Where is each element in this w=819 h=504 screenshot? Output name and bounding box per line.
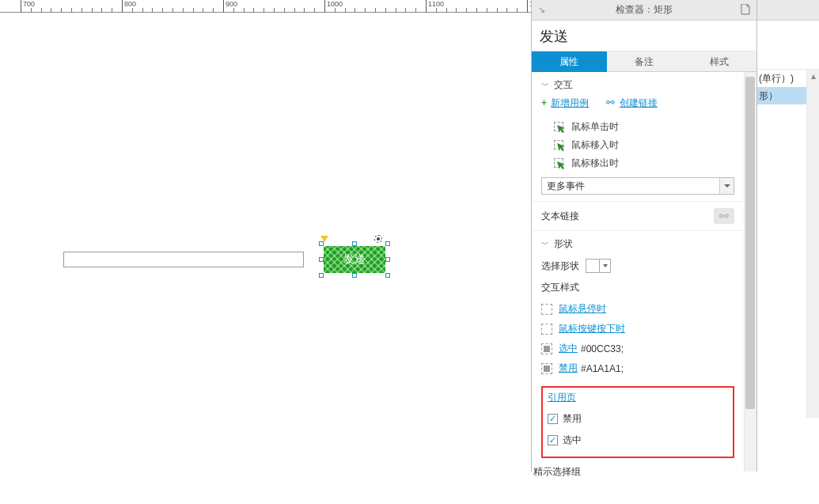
chevron-down-icon: ﹀ [541, 80, 549, 91]
mousedown-state-icon [541, 324, 552, 335]
checkbox-disabled[interactable]: 禁用 [548, 412, 728, 426]
outline-row-1-label: (单行）) [759, 72, 794, 85]
dropdown-icon [719, 178, 734, 194]
document-icon[interactable] [741, 4, 750, 15]
select-shape-label: 选择形状 [541, 260, 579, 273]
reference-page-link[interactable]: 引用页 [548, 392, 576, 403]
selected-state-link[interactable]: 选中 [559, 342, 578, 355]
event-onclick[interactable]: 鼠标单击时 [554, 118, 734, 136]
section-interactions: ﹀ 交互 + 新增用例 ⚯ 创建链接 鼠 [532, 72, 744, 202]
pin-icon[interactable]: ↘ [538, 5, 545, 15]
inspector-body: ﹀ 交互 + 新增用例 ⚯ 创建链接 鼠 [532, 72, 756, 472]
inspector-tabs: 属性 备注 样式 [532, 51, 756, 72]
ruler-label: 1000 [327, 0, 343, 8]
ruler-label: 1100 [428, 0, 444, 8]
checkbox-selected[interactable]: 选中 [548, 434, 728, 447]
ruler-label: 800 [124, 0, 136, 8]
checkbox-icon [548, 435, 558, 445]
create-link-link[interactable]: ⚯ 创建链接 [606, 97, 657, 110]
event-mouseenter[interactable]: 鼠标移入时 [554, 136, 734, 154]
disabled-state-value: #A1A1A1; [581, 363, 624, 374]
ruler-label: 900 [226, 0, 237, 8]
outline-name-area [757, 21, 819, 70]
outline-row-2-label: 形） [759, 89, 778, 103]
selection-dashed-circle-icon [374, 235, 382, 243]
shape-send-button-label: 发送 [343, 252, 366, 267]
cursor-movein-icon [554, 140, 565, 151]
interaction-styles-label: 交互样式 [541, 281, 734, 294]
event-mouseenter-label: 鼠标移入时 [571, 138, 619, 152]
inspector-title: 检查器：矩形 [616, 3, 673, 17]
group-label-partial: 精示选择组 [532, 465, 582, 479]
outline-panel-sliver: (单行）) 形） ▴ [757, 0, 819, 504]
inspector-title-bar: ↘ 检查器：矩形 [532, 0, 756, 21]
outline-scrollbar[interactable]: ▴ [806, 70, 819, 418]
shape-swatch[interactable] [586, 259, 600, 273]
section-shape: ﹀ 形状 选择形状 交互样式 鼠标悬停时 [532, 231, 744, 464]
cursor-moveout-icon [554, 158, 565, 169]
inspector-scrollbar-thumb[interactable] [745, 77, 755, 409]
tab-properties[interactable]: 属性 [532, 51, 607, 72]
hover-state-link[interactable]: 鼠标悬停时 [559, 302, 606, 316]
shape-send-button[interactable]: 发送 [324, 246, 385, 273]
add-case-label: 新增用例 [551, 97, 589, 108]
scroll-up-icon[interactable]: ▴ [807, 70, 819, 82]
mousedown-state-link[interactable]: 鼠标按键按下时 [559, 322, 625, 335]
outline-title-bar [757, 0, 819, 21]
shape-dropdown-button[interactable] [600, 259, 611, 273]
ruler-horizontal[interactable]: 700800900100011001200 [0, 0, 531, 13]
checkbox-selected-label: 选中 [563, 434, 582, 447]
inspector-scrollbar[interactable] [744, 72, 756, 472]
tab-notes[interactable]: 备注 [607, 51, 682, 72]
reference-page-box: 引用页 禁用 选中 [541, 386, 734, 458]
canvas[interactable]: 发送 [0, 13, 531, 472]
selection-yellow-triangle-icon [320, 236, 328, 242]
checkbox-icon [548, 414, 558, 424]
more-events-select[interactable]: 更多事件 [541, 177, 734, 195]
tab-styles[interactable]: 样式 [681, 51, 756, 72]
text-link-label: 文本链接 [541, 210, 579, 223]
event-mouseleave-label: 鼠标移出时 [571, 157, 619, 170]
event-onclick-label: 鼠标单击时 [571, 120, 619, 134]
add-case-link[interactable]: + 新增用例 [541, 97, 589, 110]
create-link-label: 创建链接 [620, 97, 658, 108]
link-chain-icon: ⚯ [606, 97, 615, 108]
disabled-state-link[interactable]: 禁用 [559, 362, 578, 375]
inspector-object-name[interactable]: 发送 [532, 21, 756, 51]
section-shape-header[interactable]: ﹀ 形状 [541, 237, 734, 251]
cursor-click-icon [554, 122, 565, 133]
hover-state-icon [541, 304, 552, 315]
more-events-label: 更多事件 [547, 180, 585, 193]
disabled-state-icon [541, 363, 552, 374]
event-mouseleave[interactable]: 鼠标移出时 [554, 154, 734, 172]
selected-state-value: #00CC33; [581, 343, 624, 354]
inspector-panel: ↘ 检查器：矩形 发送 属性 备注 样式 ﹀ 交互 + 新增用例 [531, 0, 757, 472]
section-interactions-header[interactable]: ﹀ 交互 [541, 78, 734, 92]
interaction-styles: 交互样式 鼠标悬停时 鼠标按键按下时 选中 #00CC33; [541, 281, 734, 378]
section-text-link: 文本链接 ⚯ [532, 202, 744, 231]
section-shape-label: 形状 [554, 237, 573, 251]
shape-textbox[interactable] [63, 252, 304, 267]
plus-icon: + [541, 97, 547, 108]
selected-state-icon [541, 343, 552, 354]
canvas-area[interactable]: 700800900100011001200 发送 [0, 0, 531, 472]
text-link-chain-button[interactable]: ⚯ [714, 208, 734, 224]
chevron-down-icon: ﹀ [541, 239, 549, 250]
ruler-label: 700 [23, 0, 35, 8]
section-interactions-label: 交互 [554, 78, 573, 92]
checkbox-disabled-label: 禁用 [563, 412, 582, 426]
